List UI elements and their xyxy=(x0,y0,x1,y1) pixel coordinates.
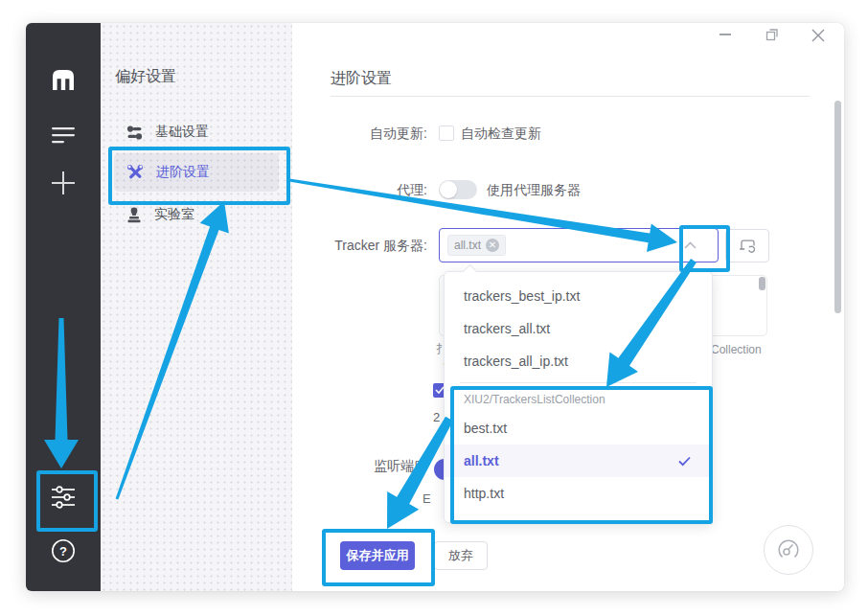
title-divider xyxy=(331,96,810,97)
page-title: 进阶设置 xyxy=(331,69,392,89)
listen-port-label: 监听端口 xyxy=(364,458,427,475)
sync-window-icon xyxy=(739,238,757,254)
minimize-icon xyxy=(720,34,731,35)
sidebar-item-label: 实验室 xyxy=(154,206,194,223)
help-text-fragment-1: 扌 xyxy=(436,341,444,357)
tag-label: all.txt xyxy=(454,239,481,252)
proxy-toggle[interactable] xyxy=(439,180,477,199)
auto-update-checkbox[interactable] xyxy=(439,125,454,141)
sidebar-item-basic[interactable]: 基础设置 xyxy=(126,123,209,142)
motrix-logo xyxy=(51,67,76,92)
textarea-scrollbar[interactable] xyxy=(759,277,765,290)
dropdown-option[interactable]: trackers_best_ip.txt xyxy=(445,280,712,312)
dropdown-divider xyxy=(460,382,697,383)
auto-update-checkbox-label[interactable]: 自动检查更新 xyxy=(461,125,541,143)
tracker-label: Tracker 服务器: xyxy=(316,238,427,255)
close-icon xyxy=(811,28,826,43)
dropdown-option[interactable]: trackers_all_ip.txt xyxy=(445,345,712,377)
sidebar-item-label: 基础设置 xyxy=(155,124,209,141)
proxy-label: 代理: xyxy=(364,182,427,199)
proxy-toggle-label: 使用代理服务器 xyxy=(487,182,581,199)
row-label-fragment: E xyxy=(423,491,431,506)
help-text-fragment-2: 〈 xyxy=(436,356,444,373)
gauge-icon xyxy=(774,536,803,564)
sync-interval-fragment: 2 xyxy=(433,410,440,424)
toggles-icon xyxy=(126,125,143,141)
annotation-box-advanced-menu xyxy=(108,147,290,205)
help-text-fragment-tail: Collection xyxy=(711,343,762,356)
annotation-box-save-button xyxy=(322,529,435,586)
content-scrollbar[interactable] xyxy=(834,101,841,313)
sync-trackers-button[interactable] xyxy=(725,229,769,262)
task-list-icon[interactable] xyxy=(51,123,76,148)
close-button[interactable] xyxy=(810,27,827,44)
help-icon[interactable]: ? xyxy=(51,538,76,563)
toggle-knob xyxy=(440,181,457,198)
tag-close-icon[interactable]: ✕ xyxy=(486,239,499,252)
restore-icon xyxy=(765,28,779,41)
speed-limit-button[interactable] xyxy=(764,525,813,575)
svg-text:?: ? xyxy=(59,544,67,559)
lab-stamp-icon xyxy=(126,207,142,223)
discard-button[interactable]: 放弃 xyxy=(434,541,488,570)
preferences-title: 偏好设置 xyxy=(115,67,176,87)
annotation-box-tune-icon xyxy=(36,470,98,532)
preferences-panel xyxy=(101,23,292,591)
sidebar-item-lab[interactable]: 实验室 xyxy=(126,205,194,224)
selected-tag: all.txt ✕ xyxy=(447,235,506,256)
annotation-box-xiu2-group xyxy=(450,386,713,524)
minimize-button[interactable] xyxy=(718,27,733,42)
auto-update-label: 自动更新: xyxy=(316,125,427,143)
annotation-box-chevron xyxy=(679,225,730,272)
add-task-icon[interactable] xyxy=(51,171,76,195)
maximize-button[interactable] xyxy=(765,27,780,42)
dropdown-option[interactable]: trackers_all.txt xyxy=(445,312,712,345)
screenshot-canvas: ? 偏好设置 基础设置 进阶设置 xyxy=(0,0,868,616)
tracker-source-select[interactable]: all.txt ✕ xyxy=(439,228,719,262)
